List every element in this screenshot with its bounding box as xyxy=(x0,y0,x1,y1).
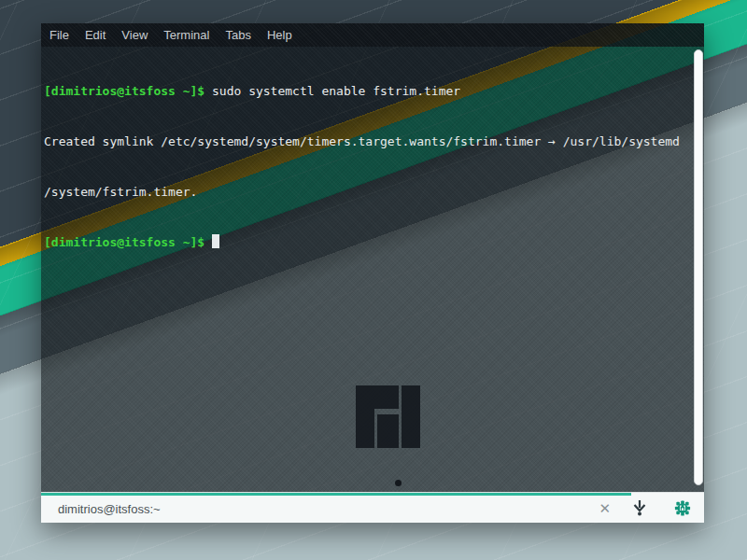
terminal-line: /system/fstrim.timer. xyxy=(44,184,690,201)
terminal-tabbar: dimitrios@itsfoss:~ ✕ xyxy=(41,492,704,523)
shell-prompt: [dimitrios@itsfoss ~]$ xyxy=(44,84,204,98)
tabbar-actions xyxy=(631,493,704,523)
manjaro-logo-watermark xyxy=(356,385,420,448)
menu-terminal[interactable]: Terminal xyxy=(163,23,209,47)
shell-prompt: [dimitrios@itsfoss ~]$ xyxy=(44,235,204,249)
terminal-line: [dimitrios@itsfoss ~]$ xyxy=(44,234,690,251)
terminal-line: Created symlink /etc/systemd/system/time… xyxy=(44,133,690,150)
terminal-window: File Edit View Terminal Tabs Help [dimit… xyxy=(41,23,704,523)
menu-help[interactable]: Help xyxy=(267,23,292,47)
terminal-cursor xyxy=(212,234,219,248)
settings-gear-icon xyxy=(674,499,691,517)
shell-output: /system/fstrim.timer. xyxy=(44,185,197,199)
menu-edit[interactable]: Edit xyxy=(85,23,106,47)
terminal-line: [dimitrios@itsfoss ~]$sudo systemctl ena… xyxy=(44,83,690,100)
menu-file[interactable]: File xyxy=(49,23,69,47)
tab-label: dimitrios@itsfoss:~ xyxy=(58,502,161,516)
scroll-down-icon xyxy=(633,499,646,516)
scrollbar[interactable] xyxy=(694,49,703,485)
tab-active[interactable]: dimitrios@itsfoss:~ ✕ xyxy=(41,493,631,523)
terminal-viewport[interactable]: [dimitrios@itsfoss ~]$sudo systemctl ena… xyxy=(41,47,704,492)
menu-view[interactable]: View xyxy=(121,23,148,47)
shell-command: sudo systemctl enable fstrim.timer xyxy=(204,84,460,98)
terminal-menubar: File Edit View Terminal Tabs Help xyxy=(41,23,704,47)
settings-gear-button[interactable] xyxy=(674,499,691,516)
shell-output: Created symlink /etc/systemd/system/time… xyxy=(44,134,680,148)
menu-tabs[interactable]: Tabs xyxy=(225,23,250,47)
close-icon[interactable]: ✕ xyxy=(599,501,611,515)
scroll-down-button[interactable] xyxy=(631,499,648,516)
terminal-output: [dimitrios@itsfoss ~]$sudo systemctl ena… xyxy=(44,49,690,285)
handle-dot xyxy=(395,480,402,486)
desktop-wallpaper: File Edit View Terminal Tabs Help [dimit… xyxy=(0,0,747,560)
